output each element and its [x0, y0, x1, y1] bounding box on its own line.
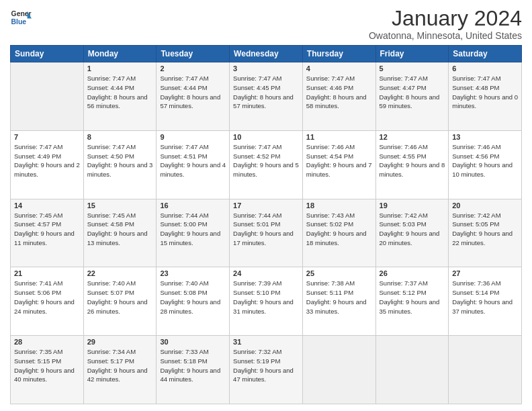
table-cell: 3Sunrise: 7:47 AM Sunset: 4:45 PM Daylig…	[230, 62, 303, 131]
table-cell	[302, 336, 375, 404]
day-info: Sunrise: 7:46 AM Sunset: 4:55 PM Dayligh…	[380, 142, 445, 179]
day-number: 19	[380, 201, 445, 210]
table-cell: 28Sunrise: 7:35 AM Sunset: 5:15 PM Dayli…	[11, 336, 84, 404]
day-info: Sunrise: 7:44 AM Sunset: 5:00 PM Dayligh…	[160, 211, 226, 248]
day-info: Sunrise: 7:34 AM Sunset: 5:17 PM Dayligh…	[87, 347, 153, 384]
table-cell: 14Sunrise: 7:45 AM Sunset: 4:57 PM Dayli…	[11, 199, 84, 267]
day-info: Sunrise: 7:37 AM Sunset: 5:12 PM Dayligh…	[380, 279, 445, 316]
day-number: 22	[87, 269, 153, 277]
day-info: Sunrise: 7:33 AM Sunset: 5:18 PM Dayligh…	[160, 347, 226, 384]
table-cell: 12Sunrise: 7:46 AM Sunset: 4:55 PM Dayli…	[375, 130, 449, 199]
col-tuesday: Tuesday	[157, 46, 230, 62]
day-number: 6	[452, 64, 518, 73]
table-cell: 31Sunrise: 7:32 AM Sunset: 5:19 PM Dayli…	[230, 336, 303, 404]
day-info: Sunrise: 7:47 AM Sunset: 4:49 PM Dayligh…	[14, 142, 80, 179]
day-number: 3	[233, 64, 299, 73]
day-info: Sunrise: 7:39 AM Sunset: 5:10 PM Dayligh…	[233, 279, 299, 316]
table-cell: 15Sunrise: 7:45 AM Sunset: 4:58 PM Dayli…	[83, 199, 157, 267]
col-thursday: Thursday	[302, 46, 375, 62]
day-number: 18	[306, 201, 372, 210]
day-number: 13	[452, 133, 518, 141]
day-number: 10	[233, 133, 299, 141]
table-cell: 7Sunrise: 7:47 AM Sunset: 4:49 PM Daylig…	[11, 130, 84, 199]
day-number: 30	[160, 338, 226, 346]
page-title: January 2024	[369, 7, 522, 30]
table-cell: 23Sunrise: 7:40 AM Sunset: 5:08 PM Dayli…	[157, 267, 230, 336]
day-info: Sunrise: 7:45 AM Sunset: 4:57 PM Dayligh…	[14, 211, 80, 248]
day-info: Sunrise: 7:35 AM Sunset: 5:15 PM Dayligh…	[14, 347, 80, 384]
week-row-2: 7Sunrise: 7:47 AM Sunset: 4:49 PM Daylig…	[11, 130, 522, 199]
table-cell: 21Sunrise: 7:41 AM Sunset: 5:06 PM Dayli…	[11, 267, 84, 336]
day-number: 8	[87, 133, 153, 141]
day-number: 9	[160, 133, 226, 141]
table-cell: 11Sunrise: 7:46 AM Sunset: 4:54 PM Dayli…	[302, 130, 375, 199]
day-number: 7	[14, 133, 80, 141]
page: General Blue January 2024 Owatonna, Minn…	[0, 0, 532, 411]
day-info: Sunrise: 7:40 AM Sunset: 5:07 PM Dayligh…	[87, 279, 153, 316]
logo-icon: General Blue	[10, 7, 32, 28]
table-cell: 27Sunrise: 7:36 AM Sunset: 5:14 PM Dayli…	[449, 267, 522, 336]
day-info: Sunrise: 7:46 AM Sunset: 4:54 PM Dayligh…	[306, 142, 372, 179]
day-number: 17	[233, 201, 299, 210]
day-info: Sunrise: 7:42 AM Sunset: 5:05 PM Dayligh…	[452, 211, 518, 248]
table-cell: 2Sunrise: 7:47 AM Sunset: 4:44 PM Daylig…	[157, 62, 230, 131]
table-cell: 26Sunrise: 7:37 AM Sunset: 5:12 PM Dayli…	[375, 267, 449, 336]
day-number: 4	[306, 64, 372, 73]
title-area: January 2024 Owatonna, Minnesota, United…	[369, 7, 522, 41]
table-cell: 24Sunrise: 7:39 AM Sunset: 5:10 PM Dayli…	[230, 267, 303, 336]
col-sunday: Sunday	[11, 46, 84, 62]
table-cell: 10Sunrise: 7:47 AM Sunset: 4:52 PM Dayli…	[230, 130, 303, 199]
day-info: Sunrise: 7:47 AM Sunset: 4:44 PM Dayligh…	[160, 74, 226, 111]
day-number: 29	[87, 338, 153, 346]
table-cell: 17Sunrise: 7:44 AM Sunset: 5:01 PM Dayli…	[230, 199, 303, 267]
day-info: Sunrise: 7:36 AM Sunset: 5:14 PM Dayligh…	[452, 279, 518, 316]
table-cell	[11, 62, 84, 131]
day-info: Sunrise: 7:47 AM Sunset: 4:45 PM Dayligh…	[233, 74, 299, 111]
day-info: Sunrise: 7:38 AM Sunset: 5:11 PM Dayligh…	[306, 279, 372, 316]
table-cell: 29Sunrise: 7:34 AM Sunset: 5:17 PM Dayli…	[83, 336, 157, 404]
day-info: Sunrise: 7:44 AM Sunset: 5:01 PM Dayligh…	[233, 211, 299, 248]
table-cell: 6Sunrise: 7:47 AM Sunset: 4:48 PM Daylig…	[449, 62, 522, 131]
table-cell: 8Sunrise: 7:47 AM Sunset: 4:50 PM Daylig…	[83, 130, 157, 199]
table-cell: 13Sunrise: 7:46 AM Sunset: 4:56 PM Dayli…	[449, 130, 522, 199]
day-number: 26	[380, 269, 445, 277]
week-row-3: 14Sunrise: 7:45 AM Sunset: 4:57 PM Dayli…	[11, 199, 522, 267]
table-cell: 4Sunrise: 7:47 AM Sunset: 4:46 PM Daylig…	[302, 62, 375, 131]
day-number: 28	[14, 338, 80, 346]
day-info: Sunrise: 7:45 AM Sunset: 4:58 PM Dayligh…	[87, 211, 153, 248]
day-info: Sunrise: 7:47 AM Sunset: 4:46 PM Dayligh…	[306, 74, 372, 111]
table-cell: 30Sunrise: 7:33 AM Sunset: 5:18 PM Dayli…	[157, 336, 230, 404]
day-number: 11	[306, 133, 372, 141]
day-info: Sunrise: 7:47 AM Sunset: 4:50 PM Dayligh…	[87, 142, 153, 179]
week-row-1: 1Sunrise: 7:47 AM Sunset: 4:44 PM Daylig…	[11, 62, 522, 131]
day-info: Sunrise: 7:46 AM Sunset: 4:56 PM Dayligh…	[452, 142, 518, 179]
table-cell: 20Sunrise: 7:42 AM Sunset: 5:05 PM Dayli…	[449, 199, 522, 267]
day-number: 16	[160, 201, 226, 210]
day-info: Sunrise: 7:47 AM Sunset: 4:51 PM Dayligh…	[160, 142, 226, 179]
table-cell: 19Sunrise: 7:42 AM Sunset: 5:03 PM Dayli…	[375, 199, 449, 267]
day-number: 15	[87, 201, 153, 210]
day-info: Sunrise: 7:41 AM Sunset: 5:06 PM Dayligh…	[14, 279, 80, 316]
day-number: 31	[233, 338, 299, 346]
table-cell: 9Sunrise: 7:47 AM Sunset: 4:51 PM Daylig…	[157, 130, 230, 199]
calendar-header-row: Sunday Monday Tuesday Wednesday Thursday…	[11, 46, 522, 62]
day-number: 25	[306, 269, 372, 277]
page-subtitle: Owatonna, Minnesota, United States	[369, 30, 522, 41]
day-number: 23	[160, 269, 226, 277]
svg-text:Blue: Blue	[11, 18, 27, 26]
table-cell	[375, 336, 449, 404]
table-cell: 16Sunrise: 7:44 AM Sunset: 5:00 PM Dayli…	[157, 199, 230, 267]
week-row-5: 28Sunrise: 7:35 AM Sunset: 5:15 PM Dayli…	[11, 336, 522, 404]
col-saturday: Saturday	[449, 46, 522, 62]
day-info: Sunrise: 7:47 AM Sunset: 4:47 PM Dayligh…	[380, 74, 445, 111]
table-cell: 5Sunrise: 7:47 AM Sunset: 4:47 PM Daylig…	[375, 62, 449, 131]
day-info: Sunrise: 7:47 AM Sunset: 4:52 PM Dayligh…	[233, 142, 299, 179]
col-monday: Monday	[83, 46, 157, 62]
header: General Blue January 2024 Owatonna, Minn…	[10, 7, 522, 41]
day-number: 21	[14, 269, 80, 277]
table-cell	[449, 336, 522, 404]
day-number: 27	[452, 269, 518, 277]
logo: General Blue	[10, 7, 32, 28]
table-cell: 18Sunrise: 7:43 AM Sunset: 5:02 PM Dayli…	[302, 199, 375, 267]
day-info: Sunrise: 7:40 AM Sunset: 5:08 PM Dayligh…	[160, 279, 226, 316]
